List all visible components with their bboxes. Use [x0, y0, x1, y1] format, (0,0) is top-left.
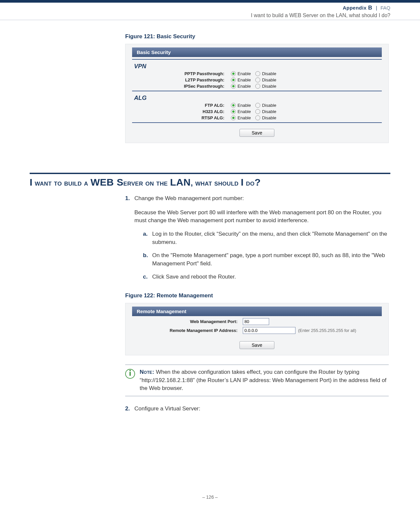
web-port-input[interactable] — [243, 318, 269, 325]
rtsp-enable-radio[interactable]: Enable — [231, 115, 251, 120]
step-2-lead: Configure a Virtual Server: — [134, 405, 390, 413]
panel-rule — [132, 59, 382, 60]
section-heading: I want to build a WEB Server on the LAN,… — [30, 177, 390, 188]
l2tp-disable-radio[interactable]: Disable — [255, 77, 276, 82]
section-rule — [30, 173, 390, 174]
running-head: Appendix B | FAQ — [0, 3, 420, 13]
row-remote-ip: Remote Management IP Address: (Enter 255… — [126, 327, 388, 334]
panel-rule — [132, 91, 382, 91]
step-1a-letter: a. — [143, 230, 152, 246]
page-number: – 126 – — [0, 494, 420, 500]
row-ftp: FTP ALG: Enable Disable — [126, 103, 388, 108]
note-block: Note: When the above configuration takes… — [125, 365, 389, 396]
radio-icon — [255, 115, 260, 120]
appendix-label: Appendix — [343, 5, 366, 11]
panel-title: Basic Security — [132, 47, 382, 57]
radio-icon — [255, 109, 260, 114]
ftp-disable-radio[interactable]: Disable — [255, 103, 276, 108]
alg-heading: ALG — [134, 95, 388, 102]
note-rule — [125, 396, 389, 396]
figure-121-caption: Figure 121: Basic Security — [125, 33, 390, 40]
web-port-label: Web Management Port: — [126, 319, 243, 324]
row-rtsp: RTSP ALG: Enable Disable — [126, 115, 388, 120]
step-1: 1. Change the Web management port number… — [125, 194, 390, 286]
radio-icon — [231, 71, 236, 76]
row-pptp: PPTP Passthrough: Enable Disable — [126, 71, 388, 76]
row-web-port: Web Management Port: — [126, 318, 388, 325]
running-subtitle: I want to build a WEB Server on the LAN,… — [0, 13, 420, 20]
remote-ip-hint: (Enter 255.255.255.255 for all) — [298, 328, 356, 333]
panel-rule — [132, 122, 382, 123]
radio-icon — [255, 77, 260, 82]
ftp-label: FTP ALG: — [126, 103, 231, 108]
radio-icon — [231, 115, 236, 120]
row-l2tp: L2TP Passthrough: Enable Disable — [126, 77, 388, 82]
ipsec-enable-radio[interactable]: Enable — [231, 84, 251, 89]
note-text: When the above configuration takes effec… — [140, 369, 386, 391]
figure-122-caption: Figure 122: Remote Management — [125, 292, 390, 299]
radio-icon — [231, 109, 236, 114]
step-2-number: 2. — [125, 405, 134, 413]
step-1c-letter: c. — [143, 273, 152, 281]
remote-management-panel: Remote Management Web Management Port: R… — [125, 303, 389, 355]
step-1b: b. On the "Remote Management" page, type… — [143, 252, 390, 268]
remote-ip-input[interactable] — [243, 327, 295, 334]
step-1c: c. Click Save and reboot the Router. — [143, 273, 390, 281]
pptp-disable-radio[interactable]: Disable — [255, 71, 276, 76]
save-button[interactable]: Save — [239, 341, 274, 349]
vpn-heading: VPN — [134, 63, 388, 70]
step-1-body: Because the Web Server port 80 will inte… — [134, 209, 390, 225]
step-1a: a. Log in to the Router, click “Security… — [143, 230, 390, 246]
l2tp-enable-radio[interactable]: Enable — [231, 77, 251, 82]
step-1-number: 1. — [125, 194, 134, 286]
radio-icon — [231, 103, 236, 108]
rtsp-label: RTSP ALG: — [126, 115, 231, 120]
appendix-letter: B — [368, 5, 372, 11]
l2tp-label: L2TP Passthrough: — [126, 77, 231, 82]
h323-disable-radio[interactable]: Disable — [255, 109, 276, 114]
step-2: 2. Configure a Virtual Server: — [125, 405, 390, 413]
panel2-title: Remote Management — [132, 307, 382, 316]
header-rule — [0, 20, 420, 20]
radio-icon — [255, 103, 260, 108]
pptp-enable-radio[interactable]: Enable — [231, 71, 251, 76]
separator: | — [376, 5, 377, 11]
step-1b-letter: b. — [143, 252, 152, 268]
step-1a-text: Log in to the Router, click “Security” o… — [152, 230, 390, 246]
top-bar — [0, 0, 420, 3]
remote-ip-label: Remote Management IP Address: — [126, 328, 243, 333]
row-ipsec: IPSec Passthrough: Enable Disable — [126, 84, 388, 89]
basic-security-panel: Basic Security VPN PPTP Passthrough: Ena… — [125, 44, 389, 143]
ipsec-disable-radio[interactable]: Disable — [255, 84, 276, 89]
rtsp-disable-radio[interactable]: Disable — [255, 115, 276, 120]
radio-icon — [231, 77, 236, 82]
ipsec-label: IPSec Passthrough: — [126, 84, 231, 89]
ftp-enable-radio[interactable]: Enable — [231, 103, 251, 108]
radio-icon — [255, 71, 260, 76]
pptp-label: PPTP Passthrough: — [126, 71, 231, 76]
radio-icon — [255, 84, 260, 89]
faq-label: FAQ — [380, 5, 390, 11]
h323-label: H323 ALG: — [126, 109, 231, 114]
save-button[interactable]: Save — [239, 129, 274, 137]
step-1b-text: On the "Remote Management" page, type a … — [152, 252, 390, 268]
info-icon — [125, 369, 135, 379]
row-h323: H323 ALG: Enable Disable — [126, 109, 388, 114]
note-label: Note: — [140, 369, 156, 375]
step-1c-text: Click Save and reboot the Router. — [152, 273, 390, 281]
h323-enable-radio[interactable]: Enable — [231, 109, 251, 114]
radio-icon — [231, 84, 236, 89]
step-1-lead: Change the Web management port number: — [134, 194, 390, 203]
